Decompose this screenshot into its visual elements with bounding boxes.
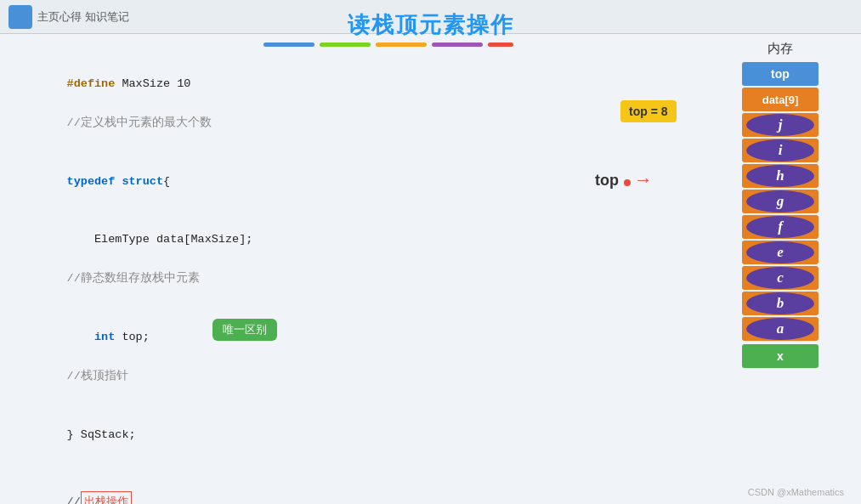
oval-a: a <box>746 318 814 340</box>
stack-row-i: i <box>742 139 819 162</box>
top-pointer-area: top → <box>595 170 649 191</box>
color-bar-blue <box>263 42 314 47</box>
stack-row-e: e <box>742 241 819 264</box>
code-line-2: typedef struct{ <box>25 153 603 212</box>
watermark: CSDN @xMathematics <box>748 487 844 497</box>
stack-row-h: h <box>742 164 819 188</box>
oval-f: f <box>746 216 814 238</box>
top-value-badge: top = 8 <box>620 100 677 122</box>
oval-h: h <box>746 165 814 187</box>
oval-g: g <box>746 190 814 212</box>
memory-stack: top data[9] j i h g <box>712 62 848 370</box>
oval-i: i <box>746 139 814 161</box>
stack-row-j: j <box>742 113 819 137</box>
color-bar-purple <box>432 42 483 47</box>
oval-b: b <box>746 292 814 314</box>
stack-row-b: b <box>742 292 819 315</box>
color-bar-green <box>320 42 371 47</box>
tooltip-bubble: 唯一区别 <box>212 319 277 341</box>
stack-row-g: g <box>742 190 819 213</box>
oval-c: c <box>746 267 814 289</box>
code-line-3: ElemType data[MaxSize]; //静态数组存放栈中元素 <box>25 212 603 309</box>
main-content: #define MaxSize 10 //定义栈中元素的最大个数 typedef… <box>25 55 603 487</box>
arrow-icon: → <box>637 170 649 191</box>
stack-row-a: a <box>742 317 819 341</box>
code-block: #define MaxSize 10 //定义栈中元素的最大个数 typedef… <box>25 55 603 504</box>
code-line-5: } SqStack; <box>25 406 603 465</box>
memory-panel: 内存 top data[9] j i h g <box>712 41 848 370</box>
color-bar-orange <box>376 42 427 47</box>
code-line-1: #define MaxSize 10 //定义栈中元素的最大个数 <box>25 55 603 153</box>
color-bar-red <box>488 42 513 47</box>
stack-row-c: c <box>742 266 819 290</box>
memory-title: 内存 <box>712 41 848 57</box>
page-title: 读栈顶元素操作 <box>0 10 861 40</box>
code-line-4: int top; //栈顶指针 <box>25 309 603 406</box>
mem-cell-x: x <box>742 344 819 368</box>
oval-e: e <box>746 241 814 263</box>
color-bar <box>263 42 513 47</box>
mem-cell-data9: data[9] <box>742 88 819 111</box>
stack-row-f: f <box>742 215 819 239</box>
section1-label: 出栈操作 <box>81 491 132 504</box>
section1-header: //出栈操作 <box>25 472 603 504</box>
top-pointer-label: top <box>595 172 619 190</box>
red-dot-indicator <box>624 175 631 190</box>
mem-cell-top: top <box>742 62 819 86</box>
stack-items-container: j i h g f <box>742 113 819 343</box>
oval-j: j <box>746 114 814 136</box>
